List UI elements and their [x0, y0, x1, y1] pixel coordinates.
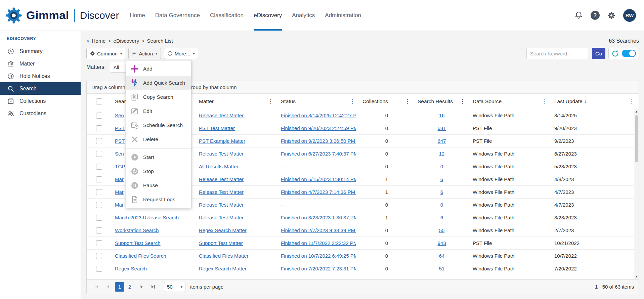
status-link[interactable]: Finished on 6/27/2023 7:40:37 PM (6 M [281, 151, 356, 157]
search-results-link[interactable]: 64 [439, 253, 445, 259]
search-name-link[interactable]: Classified Files Search [115, 253, 166, 259]
column-menu-icon[interactable]: ⋮ [459, 98, 466, 105]
search-name-link[interactable]: Mar [115, 202, 124, 208]
nav-item-analytics[interactable]: Analytics [292, 0, 315, 31]
column-header-last-update[interactable]: Last Update↓⋮ [551, 94, 639, 109]
next-page-button[interactable] [136, 282, 146, 292]
row-checkbox[interactable] [96, 151, 102, 157]
select-all-checkbox[interactable] [96, 98, 102, 104]
matter-link[interactable]: Release Test Matter [199, 202, 244, 208]
column-header-collections[interactable]: Collections⋮ [359, 94, 414, 109]
matter-link[interactable]: PST Test Matter [199, 125, 235, 131]
row-checkbox[interactable] [96, 266, 102, 272]
matter-link[interactable]: Regex Search Matter [199, 227, 247, 233]
row-checkbox[interactable] [96, 215, 102, 221]
first-page-button[interactable] [91, 282, 101, 292]
column-menu-icon[interactable]: ⋮ [404, 98, 411, 105]
row-checkbox[interactable] [96, 164, 102, 170]
column-menu-icon[interactable]: ⋮ [628, 98, 635, 105]
matter-link[interactable]: Release Test Matter [199, 176, 244, 182]
action-button[interactable]: Action ▾ [128, 48, 161, 59]
search-name-link[interactable]: PST [115, 125, 125, 131]
sidebar-item-search[interactable]: Search [0, 82, 81, 95]
menu-item-schedule-search[interactable]: Schedule Search [126, 118, 191, 132]
search-name-link[interactable]: Regex Search [115, 266, 147, 271]
row-checkbox[interactable] [96, 125, 102, 131]
help-icon[interactable]: ? [591, 11, 600, 20]
row-checkbox[interactable] [96, 202, 102, 208]
row-checkbox[interactable] [96, 253, 102, 259]
column-header-data-source[interactable]: Data Source⋮ [469, 94, 551, 109]
status-link[interactable]: Finished on 2/7/2023 9:38:39 PM (7 Mi [281, 227, 356, 233]
search-name-link[interactable]: Sen [115, 151, 124, 157]
search-results-link[interactable]: 647 [437, 138, 446, 144]
menu-item-stop[interactable]: Stop [126, 164, 191, 178]
search-results-link[interactable]: 943 [437, 240, 446, 246]
search-results-link[interactable]: 12 [439, 151, 445, 157]
status-link[interactable]: Finished on 3/14/2025 12:42:27 PM (19 [281, 113, 356, 118]
search-results-link[interactable]: 681 [437, 125, 446, 131]
scrollbar-thumb[interactable] [635, 115, 638, 162]
status-link[interactable]: Finished on 11/7/2022 2:22:32 PM (1 H [281, 240, 356, 246]
search-results-link[interactable]: 16 [439, 113, 445, 118]
previous-page-button[interactable] [103, 282, 113, 292]
row-checkbox[interactable] [96, 113, 102, 119]
search-name-link[interactable]: TGP [115, 164, 125, 169]
nav-item-home[interactable]: Home [130, 0, 145, 31]
nav-item-ediscovery[interactable]: eDiscovery [254, 0, 282, 31]
column-menu-icon[interactable]: ⋮ [541, 98, 548, 105]
search-name-link[interactable]: Support Test Search [115, 240, 161, 246]
status-link[interactable]: Finished on 9/2/2023 3:06:50 PM (34 M [281, 138, 356, 144]
status-link[interactable]: Finished on 9/20/2023 2:24:59 PM (57 [281, 125, 356, 131]
notifications-bell-icon[interactable] [574, 11, 583, 20]
row-checkbox[interactable] [96, 240, 102, 246]
common-button[interactable]: Common ▾ [86, 48, 125, 59]
search-results-link[interactable]: 51 [439, 266, 445, 271]
nav-item-administration[interactable]: Administration [325, 0, 361, 31]
matter-link[interactable]: Classified Files Matter [199, 253, 249, 259]
sidebar-item-summary[interactable]: Summary [0, 45, 81, 57]
matter-link[interactable]: Release Test Matter [199, 151, 244, 157]
search-keyword-input[interactable] [526, 48, 589, 59]
user-avatar[interactable]: RW [623, 9, 636, 22]
sidebar-item-custodians[interactable]: Custodians [0, 107, 81, 120]
matter-link[interactable]: Support Test Matter [199, 240, 243, 246]
status-link[interactable]: Finished on 4/7/2023 7:14:36 PM (14 M [281, 189, 356, 195]
menu-item-add[interactable]: Add [126, 62, 191, 76]
search-results-link[interactable]: 6 [440, 176, 443, 182]
nav-item-data-governance[interactable]: Data Governance [155, 0, 200, 31]
matter-link[interactable]: Regex Search Matter [199, 266, 247, 271]
matter-link[interactable]: All Results Matter [199, 164, 239, 169]
row-checkbox[interactable] [96, 138, 102, 144]
search-name-link[interactable]: March 2023 Release Search [115, 215, 179, 220]
column-header-search-results[interactable]: Search Results⋮ [414, 94, 469, 109]
scroll-down-icon[interactable]: ▼ [635, 275, 638, 278]
status-link[interactable]: -- [281, 164, 284, 169]
menu-item-copy-search[interactable]: Copy Search [126, 90, 191, 104]
search-name-link[interactable]: PST [115, 138, 125, 144]
column-menu-icon[interactable]: ⋮ [267, 98, 274, 105]
search-results-link[interactable]: 0 [440, 164, 443, 169]
row-checkbox[interactable] [96, 176, 102, 182]
menu-item-pause[interactable]: Pause [126, 178, 191, 193]
menu-item-start[interactable]: Start [126, 150, 191, 164]
menu-item-delete[interactable]: Delete [126, 132, 191, 146]
search-results-link[interactable]: 6 [440, 215, 443, 220]
status-link[interactable]: Finished on 7/20/2022 7:23:31 PM (22 [281, 266, 356, 271]
search-name-link[interactable]: Mar [115, 176, 124, 182]
column-header-status[interactable]: Status⋮ [277, 94, 359, 109]
settings-gear-icon[interactable] [607, 11, 616, 20]
search-results-link[interactable]: 6 [440, 189, 443, 195]
column-menu-icon[interactable]: ⋮ [349, 98, 356, 105]
row-checkbox[interactable] [96, 189, 102, 195]
menu-item-edit[interactable]: Edit [126, 104, 191, 118]
search-name-link[interactable]: Workstation Search [115, 227, 159, 233]
page-button-1[interactable]: 1 [115, 282, 124, 292]
row-checkbox[interactable] [96, 227, 102, 233]
auto-refresh-icon[interactable] [611, 50, 619, 57]
matter-link[interactable]: Release Test Matter [199, 189, 244, 195]
matter-link[interactable]: Release Test Matter [199, 215, 244, 220]
matter-link[interactable]: Release Test Matter [199, 113, 244, 118]
matter-link[interactable]: PST Example Matter [199, 138, 245, 144]
sidebar-item-collections[interactable]: Collections [0, 95, 81, 107]
